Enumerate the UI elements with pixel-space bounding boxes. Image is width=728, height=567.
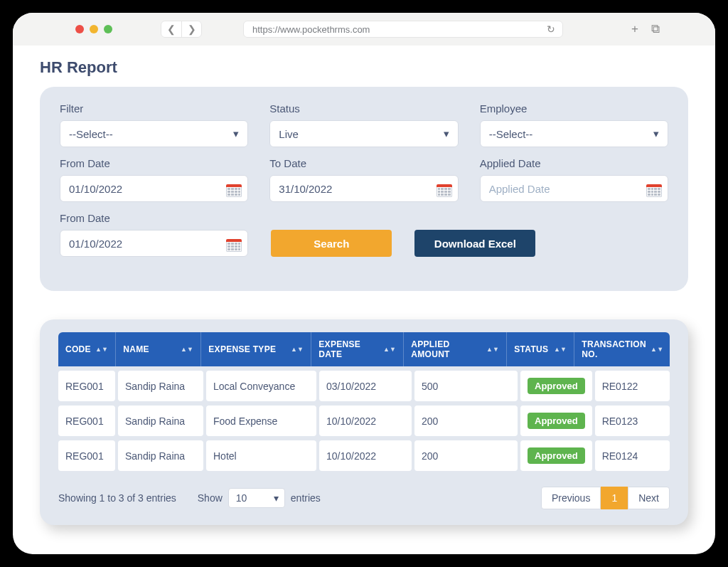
reload-icon[interactable]: ↻ (547, 23, 555, 35)
table-cell: RE0122 (595, 371, 670, 401)
page-size-value: 10 (236, 492, 247, 504)
table-cell: Sandip Raina (118, 440, 203, 471)
table-row: REG001Sandip RainaFood Expense10/10/2022… (58, 406, 670, 436)
close-window-icon[interactable] (75, 25, 84, 33)
calendar-icon[interactable] (226, 180, 242, 197)
filter-select[interactable]: --Select-- ▾ (60, 120, 248, 147)
calendar-icon[interactable] (226, 235, 242, 252)
table-cell: Sandip Raina (118, 371, 203, 401)
table-footer: Showing 1 to 3 of 3 entries Show 10 ▾ en… (58, 487, 670, 509)
from-date2-value: 01/10/2022 (69, 238, 122, 250)
employee-label: Employee (480, 102, 668, 115)
status-value: Live (279, 128, 299, 140)
applied-date-label: Applied Date (480, 157, 668, 169)
table-cell: 03/10/2022 (319, 371, 412, 401)
th-name[interactable]: NAME▲▼ (116, 332, 201, 366)
status-badge: Approved (528, 447, 585, 464)
url-text: https://www.pockethrms.com (252, 24, 370, 35)
th-transaction-no[interactable]: TRANSACTION NO.▲▼ (574, 332, 670, 366)
forward-button[interactable]: ❯ (181, 21, 201, 37)
th-applied-amount[interactable]: APPLIED AMOUNT▲▼ (404, 332, 507, 366)
page-title: HR Report (40, 58, 688, 77)
window-controls (75, 25, 112, 33)
table-cell: Food Expense (206, 406, 316, 436)
filter-value: --Select-- (69, 128, 113, 140)
chevron-down-icon: ▾ (444, 127, 449, 140)
sort-icon: ▲▼ (486, 348, 499, 351)
sort-icon: ▲▼ (383, 348, 396, 351)
browser-titlebar: ❮ ❯ https://www.pockethrms.com ↻ + ⧉ (13, 13, 715, 46)
sort-icon: ▲▼ (651, 348, 663, 351)
sort-icon: ▲▼ (554, 348, 567, 351)
table-cell: REG001 (58, 371, 115, 401)
nav-buttons: ❮ ❯ (161, 21, 202, 38)
sort-icon: ▲▼ (291, 348, 304, 351)
minimize-window-icon[interactable] (90, 25, 98, 33)
calendar-icon[interactable] (646, 180, 662, 197)
th-expense-type[interactable]: EXPENSE TYPE▲▼ (201, 332, 311, 366)
search-button[interactable]: Search (271, 230, 392, 257)
to-date-value: 31/10/2022 (279, 183, 332, 195)
next-button[interactable]: Next (628, 487, 670, 509)
table-cell: 10/10/2022 (319, 406, 412, 436)
download-excel-button[interactable]: Download Excel (414, 230, 535, 257)
table-header: CODE▲▼ NAME▲▼ EXPENSE TYPE▲▼ EXPENSE DAT… (58, 332, 670, 366)
applied-date-placeholder: Applied Date (489, 183, 550, 195)
th-status[interactable]: STATUS▲▼ (507, 332, 574, 366)
table-cell: Hotel (206, 440, 316, 471)
page-size-select[interactable]: 10 ▾ (228, 488, 285, 508)
calendar-icon[interactable] (437, 180, 452, 197)
table-cell: Sandip Raina (118, 406, 203, 436)
tabs-overview-icon[interactable]: ⧉ (651, 22, 660, 36)
url-bar[interactable]: https://www.pockethrms.com ↻ (243, 21, 563, 38)
applied-date-input[interactable]: Applied Date (480, 175, 668, 202)
employee-value: --Select-- (489, 128, 533, 140)
entries-label: entries (291, 492, 321, 504)
table-cell: REG001 (58, 406, 115, 436)
filter-label: Filter (60, 102, 248, 115)
table-cell-status: Approved (520, 406, 592, 436)
status-select[interactable]: Live ▾ (269, 120, 458, 147)
filter-panel: Filter --Select-- ▾ Status Live ▾ Employ… (40, 87, 688, 291)
chevron-down-icon: ▾ (653, 127, 659, 140)
table-body: REG001Sandip RainaLocal Conveyance03/10/… (58, 371, 670, 471)
table-cell: RE0124 (595, 440, 670, 471)
table-cell: 10/10/2022 (319, 440, 412, 471)
table-cell-status: Approved (520, 371, 592, 401)
employee-select[interactable]: --Select-- ▾ (480, 120, 668, 147)
from-date-value: 01/10/2022 (69, 183, 122, 195)
th-expense-date[interactable]: EXPENSE DATE▲▼ (311, 332, 404, 366)
from-date2-input[interactable]: 01/10/2022 (60, 230, 248, 257)
sort-icon: ▲▼ (95, 348, 108, 351)
table-row: REG001Sandip RainaHotel10/10/2022200Appr… (58, 440, 670, 471)
table-cell-status: Approved (520, 440, 592, 471)
results-panel: CODE▲▼ NAME▲▼ EXPENSE TYPE▲▼ EXPENSE DAT… (40, 319, 688, 525)
th-code[interactable]: CODE▲▼ (58, 332, 116, 366)
chevron-down-icon: ▾ (274, 492, 279, 504)
status-label: Status (269, 102, 458, 115)
sort-icon: ▲▼ (181, 348, 193, 351)
previous-button[interactable]: Previous (541, 487, 601, 509)
new-tab-icon[interactable]: + (631, 22, 638, 36)
page-1-button[interactable]: 1 (601, 487, 628, 509)
back-button[interactable]: ❮ (161, 21, 181, 37)
table-cell: 200 (414, 440, 518, 471)
from-date2-label: From Date (60, 212, 248, 224)
chevron-down-icon: ▾ (233, 127, 239, 140)
from-date-label: From Date (60, 157, 248, 169)
table-cell: RE0123 (595, 406, 670, 436)
table-row: REG001Sandip RainaLocal Conveyance03/10/… (58, 371, 670, 401)
status-badge: Approved (528, 378, 585, 394)
status-badge: Approved (528, 413, 585, 429)
to-date-label: To Date (269, 157, 458, 169)
table-cell: REG001 (58, 440, 115, 471)
to-date-input[interactable]: 31/10/2022 (269, 175, 458, 202)
table-cell: 200 (414, 406, 518, 436)
table-cell: 500 (414, 371, 518, 401)
show-label: Show (198, 492, 223, 504)
from-date-input[interactable]: 01/10/2022 (60, 175, 248, 202)
showing-text: Showing 1 to 3 of 3 entries (58, 492, 176, 504)
table-cell: Local Conveyance (206, 371, 316, 401)
pagination: Previous 1 Next (541, 487, 670, 509)
maximize-window-icon[interactable] (104, 25, 112, 33)
